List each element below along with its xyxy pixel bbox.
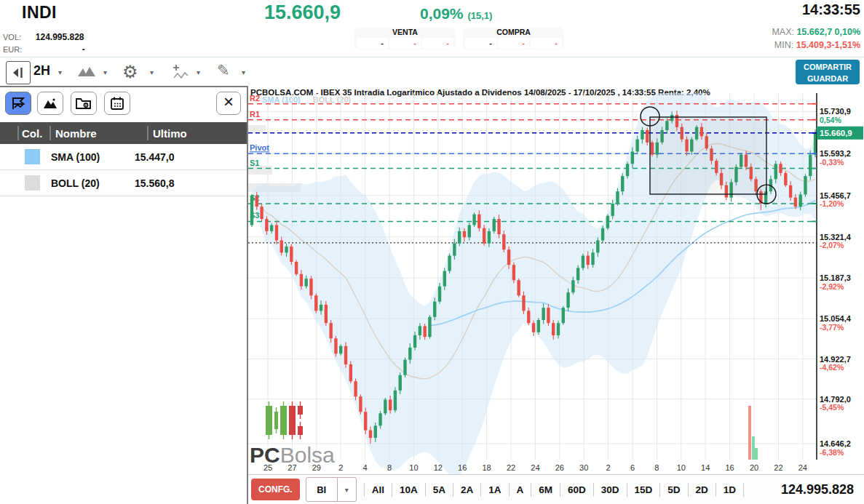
indicator-row-sma[interactable]: SMA (100) 15.447,0 xyxy=(0,144,247,170)
svg-text:20: 20 xyxy=(750,463,758,472)
svg-text:4: 4 xyxy=(363,463,368,472)
bi-dropdown-value[interactable]: BI xyxy=(306,478,337,501)
chart-image-tab[interactable] xyxy=(37,92,63,115)
share-save-button[interactable]: COMPARTIR GUARDAR xyxy=(796,60,860,84)
venta-extra: - xyxy=(422,38,453,49)
sma-name: SMA (100) xyxy=(51,151,135,163)
chart-toolbar: 2H ▾ ▾ ⚙ ▾ ▾ ✎ ▾ COMPARTIR G xyxy=(0,58,864,86)
min-row: MIN: 15.409,3-1,51% xyxy=(774,40,860,50)
timeframe-selector[interactable]: 2H xyxy=(33,63,50,79)
add-indicator-caret-icon[interactable]: ▾ xyxy=(197,68,200,76)
venta-box: VENTA - - - xyxy=(354,28,456,49)
min-value: 15.409,3-1,51% xyxy=(796,40,860,50)
range-button-15d[interactable]: 15D xyxy=(627,483,660,497)
eur-value: - xyxy=(25,44,85,55)
svg-text:29: 29 xyxy=(312,463,321,472)
saved-configs-tab[interactable] xyxy=(71,92,97,115)
draw-tools-caret-icon[interactable]: ▾ xyxy=(242,68,245,76)
venta-label: VENTA xyxy=(354,28,456,37)
range-button-a[interactable]: A xyxy=(509,483,531,497)
quote-header: INDI VOL: 124.995.828 EUR: - 15.660,9 0,… xyxy=(0,0,864,57)
svg-text:22: 22 xyxy=(507,463,515,472)
svg-text:6: 6 xyxy=(630,463,635,472)
svg-text:0,54%: 0,54% xyxy=(820,116,841,124)
config-button[interactable]: CONFG. xyxy=(251,479,300,500)
eur-row: EUR: - xyxy=(3,42,85,55)
drawn-rectangle-annotation xyxy=(650,117,766,194)
timeframe-caret-icon[interactable]: ▾ xyxy=(58,68,62,76)
svg-text:25: 25 xyxy=(263,463,272,472)
mountain-icon xyxy=(77,65,96,77)
svg-text:15.660,9: 15.660,9 xyxy=(820,129,852,137)
settings-button[interactable]: ⚙ xyxy=(122,62,138,82)
price-axis: 15.730,90,54%15.593,2-0,33%15.456,7-1,20… xyxy=(812,93,863,460)
add-indicator-button[interactable] xyxy=(172,64,189,80)
svg-text:24: 24 xyxy=(531,463,539,472)
svg-text:8: 8 xyxy=(654,463,659,472)
boll-value: 15.560,8 xyxy=(135,177,175,189)
session-volume: 124.995.828 xyxy=(781,482,854,497)
bi-dropdown[interactable]: BI ▾ xyxy=(306,477,357,502)
range-buttons: All10A5A2A1AA6M60D30D15D5D2D1D xyxy=(364,481,744,498)
close-icon: × xyxy=(223,92,234,111)
symbol-name: INDI xyxy=(22,3,57,23)
svg-text:12: 12 xyxy=(434,463,443,472)
svg-text:15.054,4: 15.054,4 xyxy=(820,314,852,323)
change-percent: 0,09% (15,1) xyxy=(420,5,492,23)
venta-qty: - xyxy=(357,38,388,49)
range-button-2d[interactable]: 2D xyxy=(688,483,716,497)
range-button-all[interactable]: All xyxy=(364,483,392,497)
close-panel-button[interactable]: × xyxy=(216,92,241,115)
settings-caret-icon[interactable]: ▾ xyxy=(150,68,154,76)
svg-text:Pivot: Pivot xyxy=(250,143,269,152)
collapse-panel-button[interactable] xyxy=(6,61,31,84)
range-button-60d[interactable]: 60D xyxy=(560,483,593,497)
svg-text:-4,62%: -4,62% xyxy=(820,363,844,372)
range-button-1d[interactable]: 1D xyxy=(716,483,744,497)
compra-box: COMPRA - - - xyxy=(463,28,564,49)
chart-type-button[interactable] xyxy=(77,65,96,77)
svg-text:8: 8 xyxy=(387,463,392,472)
vol-value: 124.995.828 xyxy=(25,32,84,42)
compra-price: - xyxy=(498,38,529,49)
calendar-tab[interactable] xyxy=(104,92,130,115)
svg-text:-0,33%: -0,33% xyxy=(820,158,844,167)
indicator-row-boll[interactable]: BOLL (20) 15.560,8 xyxy=(0,170,247,196)
ultimo-header: Ultimo xyxy=(153,127,187,140)
compra-qty: - xyxy=(465,38,496,49)
svg-text:22: 22 xyxy=(774,463,782,472)
venta-price: - xyxy=(389,38,421,49)
svg-text:-1,20%: -1,20% xyxy=(820,199,844,208)
chart-canvas[interactable]: PCBolsaR2R1PivotS1S2S315.730,90,54%15.59… xyxy=(248,93,864,474)
range-button-2a[interactable]: 2A xyxy=(453,483,480,497)
mountain-photo-icon xyxy=(42,96,58,111)
candlestick-chart[interactable]: PCBOLSA.COM - IBEX 35 Intradia Logaritmi… xyxy=(248,86,864,474)
svg-text:15.187,3: 15.187,3 xyxy=(820,273,851,282)
svg-text:14.922,7: 14.922,7 xyxy=(820,355,851,364)
svg-text:16: 16 xyxy=(725,463,734,472)
max-label: MAX: xyxy=(772,27,794,37)
svg-text:14.792,0: 14.792,0 xyxy=(820,395,851,404)
pencil-icon: ✎ xyxy=(217,62,230,79)
compra-extra: - xyxy=(531,38,562,49)
nombre-header: Nombre xyxy=(55,127,147,140)
chart-type-caret-icon[interactable]: ▾ xyxy=(103,68,107,76)
range-toolbar: CONFG. BI ▾ All10A5A2A1AA6M60D30D15D5D2D… xyxy=(248,474,864,504)
bi-dropdown-caret-icon[interactable]: ▾ xyxy=(337,478,356,501)
indicator-list-tab[interactable] xyxy=(5,92,31,115)
range-button-10a[interactable]: 10A xyxy=(392,483,425,497)
svg-text:-6,38%: -6,38% xyxy=(820,448,844,457)
collapse-panel-icon xyxy=(11,66,25,79)
flag-chart-icon xyxy=(10,96,26,111)
range-button-1a[interactable]: 1A xyxy=(480,483,508,497)
svg-text:R2: R2 xyxy=(250,94,260,103)
range-button-5d[interactable]: 5D xyxy=(659,483,687,497)
range-button-6m[interactable]: 6M xyxy=(531,483,560,497)
range-button-30d[interactable]: 30D xyxy=(593,483,627,497)
svg-text:18: 18 xyxy=(482,463,491,472)
draw-tools-button[interactable]: ✎ xyxy=(217,62,230,79)
svg-text:15.321,4: 15.321,4 xyxy=(820,233,852,241)
volume-row: VOL: 124.995.828 xyxy=(3,30,84,43)
range-button-5a[interactable]: 5A xyxy=(425,483,453,497)
max-row: MAX: 15.662,7 0,10% xyxy=(772,27,860,37)
